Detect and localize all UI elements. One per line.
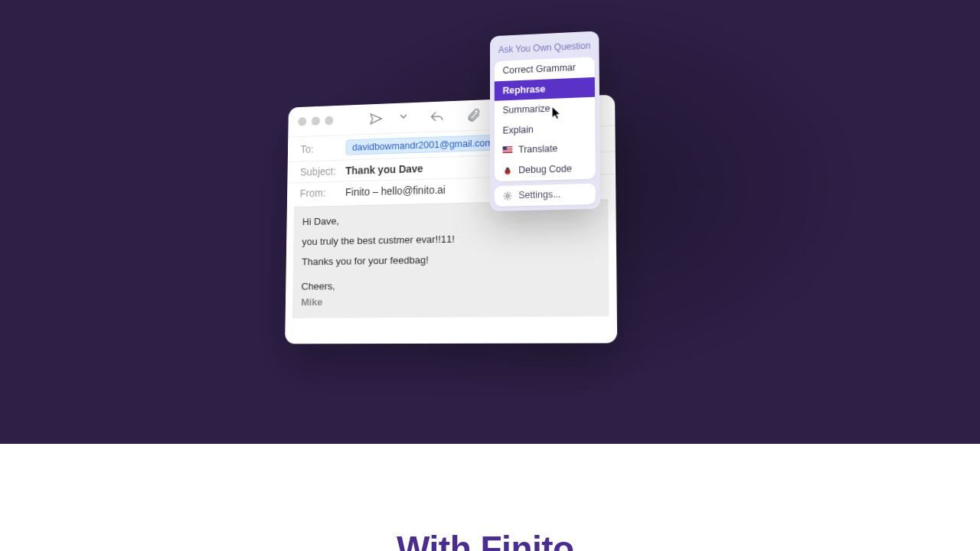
subject-value: Thank you Dave (345, 163, 423, 178)
from-value: Finito – hello@finito.ai (345, 184, 446, 198)
subject-label: Subject: (300, 165, 338, 178)
chevron-down-icon[interactable] (399, 110, 407, 126)
page-headline: With Finito, (0, 528, 980, 551)
zoom-dot[interactable] (325, 116, 333, 126)
headline-section: With Finito, (0, 444, 980, 551)
recipient-chip[interactable]: davidbowmandr2001@gmail.com▾ (346, 135, 507, 155)
hero-section: To: davidbowmandr2001@gmail.com▾ Subject… (0, 0, 980, 444)
traffic-lights[interactable] (298, 116, 333, 126)
from-label: From: (300, 187, 338, 200)
email-body[interactable]: Hi Dave, you truly the best custmer evar… (292, 200, 609, 319)
minimize-dot[interactable] (312, 117, 320, 126)
send-icon[interactable] (369, 112, 384, 127)
body-signature-name: Mike (301, 292, 599, 311)
